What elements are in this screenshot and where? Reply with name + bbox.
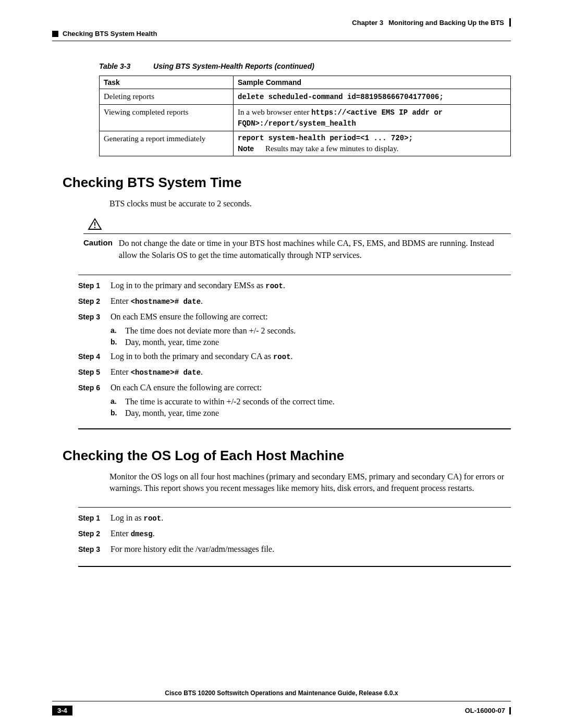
page-header: Checking BTS System Health Chapter 3 Mon… — [52, 18, 511, 38]
table-row: Deleting reports delete scheduled-comman… — [100, 89, 511, 105]
caution-text: Do not change the date or time in your B… — [119, 237, 511, 261]
doc-id: OL-16000-07 — [465, 707, 511, 714]
sub-item: b.Day, month, year, time zone — [111, 338, 511, 347]
footer-divider — [52, 701, 511, 701]
table-row: Generating a report immediately report s… — [100, 131, 511, 156]
sub-item: a.The time is accurate to within +/-2 se… — [111, 397, 511, 406]
header-divider — [52, 41, 511, 41]
chapter-label: Chapter 3 — [352, 19, 383, 27]
table-number: Table 3-3 — [99, 62, 130, 70]
table-title: Using BTS System-Health Reports (continu… — [153, 62, 314, 70]
breadcrumb-section: Checking BTS System Health — [63, 30, 157, 38]
step: Step 3 On each EMS ensure the following … — [78, 311, 511, 323]
breadcrumb-left: Checking BTS System Health — [52, 30, 157, 38]
step: Step 5 Enter <hostname># date. — [78, 366, 511, 378]
cell-task: Viewing completed reports — [100, 104, 234, 131]
sub-item: a.The time does not deviate more than +/… — [111, 326, 511, 336]
cell-task: Deleting reports — [100, 89, 234, 105]
caution-label: Caution — [83, 237, 113, 261]
steps-top-rule — [78, 275, 511, 275]
page-footer: Cisco BTS 10200 Softswitch Operations an… — [52, 689, 511, 715]
sub-item: b.Day, month, year, time zone — [111, 409, 511, 418]
vertical-bar-icon — [509, 18, 511, 27]
breadcrumb-right: Chapter 3 Monitoring and Backing Up the … — [352, 18, 511, 27]
step: Step 4 Log in to both the primary and se… — [78, 350, 511, 363]
table-caption: Table 3-3 Using BTS System-Health Report… — [99, 62, 511, 70]
section-heading-system-time: Checking BTS System Time — [63, 175, 511, 191]
system-health-table: Task Sample Command Deleting reports del… — [99, 76, 511, 156]
step: Step 2 Enter <hostname># date. — [78, 295, 511, 307]
section1-intro: BTS clocks must be accurate to 2 seconds… — [109, 198, 511, 209]
vertical-bar-icon — [509, 707, 511, 714]
cell-cmd: In a web browser enter https://<active E… — [234, 104, 511, 131]
col-cmd: Sample Command — [234, 76, 511, 89]
caution-icon-row — [83, 218, 511, 234]
section2-intro: Monitor the OS logs on all four host mac… — [109, 471, 511, 495]
square-bullet-icon — [52, 31, 58, 37]
step: Step 6 On each CA ensure the following a… — [78, 381, 511, 394]
table-row: Viewing completed reports In a web brows… — [100, 104, 511, 131]
svg-point-2 — [94, 227, 96, 228]
step: Step 1 Log in as root. — [78, 512, 511, 524]
page: Checking BTS System Health Chapter 3 Mon… — [0, 0, 563, 728]
steps-bottom-rule — [78, 428, 511, 429]
step: Step 1 Log in to the primary and seconda… — [78, 279, 511, 292]
col-task: Task — [100, 76, 234, 89]
cell-task: Generating a report immediately — [100, 131, 234, 156]
chapter-title: Monitoring and Backing Up the BTS — [388, 19, 504, 27]
cell-cmd: delete scheduled-command id=881958666704… — [234, 89, 511, 105]
steps2-top-rule — [78, 507, 511, 508]
steps2-bottom-rule — [78, 566, 511, 567]
warning-icon — [88, 218, 102, 230]
footer-doc-title: Cisco BTS 10200 Softswitch Operations an… — [52, 689, 511, 697]
step: Step 3 For more history edit the /var/ad… — [78, 543, 511, 556]
caution-block: Caution Do not change the date or time i… — [83, 218, 511, 261]
note-line: Note Results may take a few minutes to d… — [238, 143, 506, 154]
cell-cmd: report system-health period=<1 ... 720>;… — [234, 131, 511, 156]
page-number: 3-4 — [52, 706, 72, 715]
section-heading-os-log: Checking the OS Log of Each Host Machine — [63, 448, 511, 464]
step: Step 2 Enter dmesg. — [78, 527, 511, 540]
